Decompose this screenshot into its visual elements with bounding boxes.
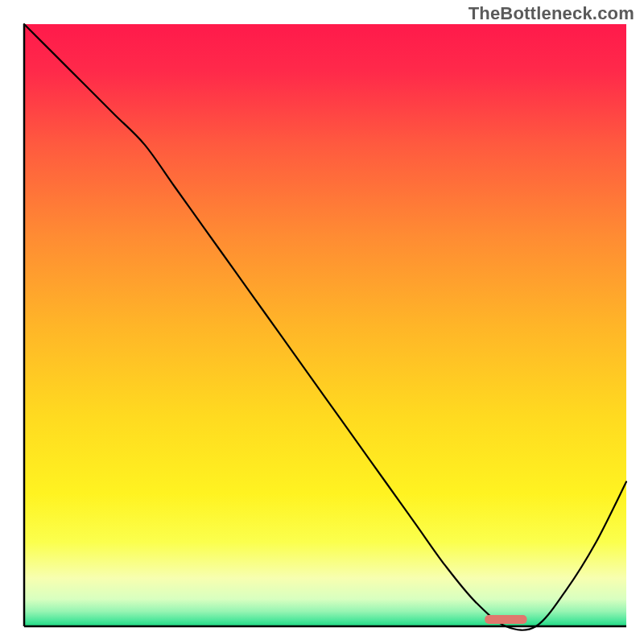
chart-container: TheBottleneck.com [0, 0, 644, 644]
watermark-text: TheBottleneck.com [469, 3, 634, 24]
bottleneck-chart [0, 0, 644, 644]
optimal-marker [485, 615, 526, 624]
